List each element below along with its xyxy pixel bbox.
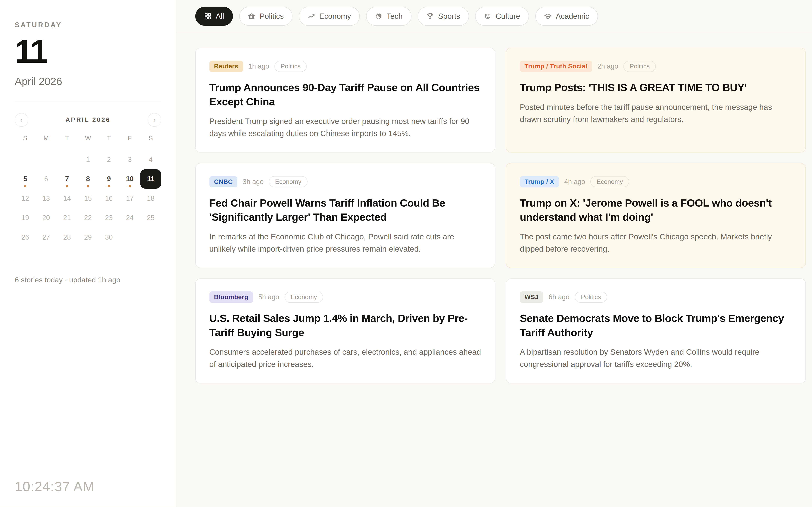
calendar-day-14[interactable]: 14 — [57, 189, 78, 208]
calendar-day-18[interactable]: 18 — [140, 189, 161, 208]
category-tag: Economy — [285, 292, 323, 303]
card-title: U.S. Retail Sales Jump 1.4% in March, Dr… — [209, 311, 481, 339]
calendar-day-29[interactable]: 29 — [78, 228, 98, 247]
calendar-day-12[interactable]: 12 — [15, 189, 36, 208]
calendar-day-27[interactable]: 27 — [36, 228, 57, 247]
cpu-icon — [375, 13, 382, 20]
main-content: AllPoliticsEconomyTechSportsCultureAcade… — [176, 0, 812, 507]
app: SATURDAY 11 April 2026 ‹ APRIL 2026 › SM… — [0, 0, 812, 507]
calendar-day-headers: SMTWTFS — [15, 132, 161, 145]
calendar-day-9[interactable]: 9 — [99, 169, 119, 189]
calendar-day-23[interactable]: 23 — [99, 208, 119, 228]
calendar-day-22[interactable]: 22 — [78, 208, 98, 228]
card-body: In remarks at the Economic Club of Chica… — [209, 231, 481, 255]
calendar-dow-label: M — [36, 132, 57, 145]
calendar-day-25[interactable]: 25 — [140, 208, 161, 228]
calendar-day-empty — [15, 150, 36, 169]
filter-chip-label: Tech — [387, 12, 403, 21]
story-dot — [66, 185, 68, 187]
calendar-day-30[interactable]: 30 — [99, 228, 119, 247]
filter-chip-academic[interactable]: Academic — [535, 7, 598, 26]
story-dot — [129, 185, 131, 187]
news-feed: Reuters1h agoPoliticsTrump Announces 90-… — [176, 33, 812, 398]
news-card[interactable]: Trump / X4h agoEconomyTrump on X: 'Jerom… — [506, 163, 806, 268]
calendar-day-7[interactable]: 7 — [57, 169, 78, 189]
weekday-label: SATURDAY — [15, 21, 161, 29]
news-card[interactable]: WSJ6h agoPoliticsSenate Democrats Move t… — [506, 278, 806, 384]
calendar-day-8[interactable]: 8 — [78, 169, 98, 189]
calendar-day-2[interactable]: 2 — [99, 150, 119, 169]
story-dot — [108, 185, 110, 187]
calendar-day-24[interactable]: 24 — [119, 208, 140, 228]
stories-summary: 6 stories today · updated 1h ago — [15, 276, 161, 284]
time-label: 6h ago — [549, 293, 569, 301]
source-badge: Trump / Truth Social — [520, 61, 592, 72]
card-title: Trump on X: 'Jerome Powell is a FOOL who… — [520, 196, 792, 224]
calendar-day-13[interactable]: 13 — [36, 189, 57, 208]
time-label: 4h ago — [564, 178, 585, 186]
landmark-icon — [248, 13, 255, 20]
calendar-day-15[interactable]: 15 — [78, 189, 98, 208]
source-badge: CNBC — [209, 176, 238, 187]
card-body: A bipartisan resolution by Senators Wyde… — [520, 346, 792, 370]
clock: 10:24:37 AM — [15, 478, 94, 494]
news-card[interactable]: CNBC3h agoEconomyFed Chair Powell Warns … — [195, 163, 495, 268]
calendar-next-button[interactable]: › — [148, 113, 161, 127]
category-tag: Politics — [623, 61, 656, 72]
filter-chip-culture[interactable]: Culture — [475, 7, 529, 26]
calendar-prev-button[interactable]: ‹ — [15, 113, 29, 127]
filter-chip-label: Politics — [260, 12, 284, 21]
sidebar: SATURDAY 11 April 2026 ‹ APRIL 2026 › SM… — [0, 0, 176, 507]
filter-chip-all[interactable]: All — [195, 7, 233, 26]
calendar-day-6[interactable]: 6 — [36, 169, 57, 189]
news-card[interactable]: Trump / Truth Social2h agoPoliticsTrump … — [506, 48, 806, 153]
source-badge: Bloomberg — [209, 291, 253, 303]
calendar-day-4[interactable]: 4 — [140, 150, 161, 169]
calendar-day-3[interactable]: 3 — [119, 150, 140, 169]
filter-chip-economy[interactable]: Economy — [299, 7, 360, 26]
calendar-day-28[interactable]: 28 — [57, 228, 78, 247]
card-meta: Reuters1h agoPolitics — [209, 61, 481, 72]
card-title: Fed Chair Powell Warns Tariff Inflation … — [209, 196, 481, 224]
news-card[interactable]: Reuters1h agoPoliticsTrump Announces 90-… — [195, 48, 495, 153]
card-meta: CNBC3h agoEconomy — [209, 176, 481, 187]
news-card[interactable]: Bloomberg5h agoEconomyU.S. Retail Sales … — [195, 278, 495, 384]
calendar-day-11[interactable]: 11 — [140, 169, 161, 189]
calendar-title: APRIL 2026 — [65, 116, 110, 123]
source-badge: WSJ — [520, 291, 543, 303]
time-label: 3h ago — [243, 178, 263, 186]
calendar-day-16[interactable]: 16 — [99, 189, 119, 208]
filter-bar: AllPoliticsEconomyTechSportsCultureAcade… — [176, 0, 812, 33]
calendar-dow-label: S — [15, 132, 36, 145]
calendar-day-empty — [140, 228, 161, 247]
calendar-day-empty — [119, 228, 140, 247]
filter-chip-label: All — [216, 12, 224, 21]
source-badge: Trump / X — [520, 176, 559, 187]
calendar-days-grid: 1234567891011121314151617181920212223242… — [15, 150, 161, 247]
time-label: 5h ago — [258, 293, 279, 301]
time-label: 2h ago — [597, 62, 618, 70]
filter-chip-tech[interactable]: Tech — [366, 7, 411, 26]
calendar-day-20[interactable]: 20 — [36, 208, 57, 228]
category-tag: Economy — [269, 176, 307, 187]
mask-icon — [484, 13, 491, 20]
calendar-day-17[interactable]: 17 — [119, 189, 140, 208]
card-body: Consumers accelerated purchases of cars,… — [209, 346, 481, 370]
calendar-day-26[interactable]: 26 — [15, 228, 36, 247]
filter-chip-sports[interactable]: Sports — [418, 7, 469, 26]
card-meta: Trump / Truth Social2h agoPolitics — [520, 61, 792, 72]
calendar-day-1[interactable]: 1 — [78, 150, 98, 169]
filter-chip-label: Sports — [438, 12, 460, 21]
calendar-day-19[interactable]: 19 — [15, 208, 36, 228]
filter-chip-politics[interactable]: Politics — [239, 7, 293, 26]
filter-chip-label: Academic — [556, 12, 589, 21]
calendar-dow-label: T — [99, 132, 119, 145]
calendar-day-21[interactable]: 21 — [57, 208, 78, 228]
calendar-day-5[interactable]: 5 — [15, 169, 36, 189]
calendar-dow-label: F — [119, 132, 140, 145]
time-label: 1h ago — [248, 62, 269, 70]
filter-chip-label: Economy — [319, 12, 351, 21]
trophy-icon — [426, 13, 434, 20]
calendar-day-10[interactable]: 10 — [119, 169, 140, 189]
grad-cap-icon — [544, 13, 552, 20]
